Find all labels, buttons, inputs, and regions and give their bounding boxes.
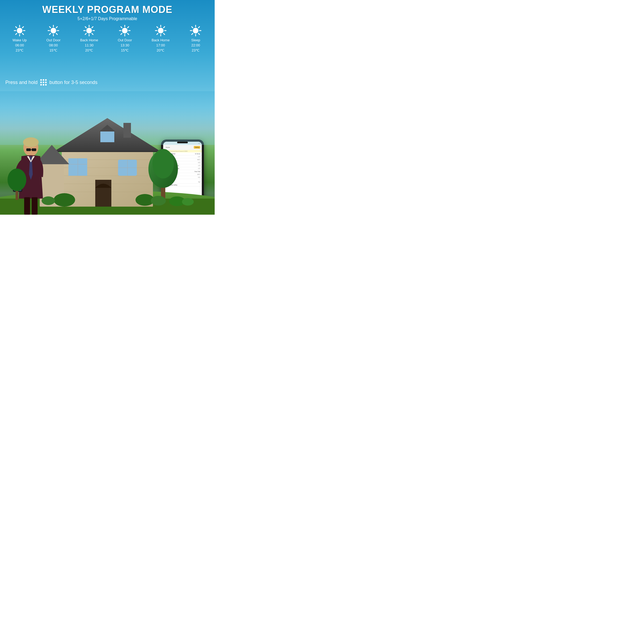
svg-rect-35 [32,148,36,151]
schedule-item-sleep: Sleep 22:00 23℃ [189,24,202,52]
schedule-temp-out-door-2: 15℃ [121,48,129,52]
svg-line-80 [128,33,129,34]
svg-line-81 [128,27,129,28]
house-illustration [0,91,215,215]
schedule-time-out-door-2: 13:30 [120,43,129,47]
schedule-label-sleep: Sleep [191,38,200,42]
schedule-label-back-home-2: Back Home [152,38,170,42]
schedule-time-wake-up: 06:00 [15,43,24,47]
svg-line-89 [163,33,164,34]
schedule-time-back-home-1: 11:30 [85,43,94,47]
sun-icon-2 [47,24,60,37]
svg-point-30 [151,196,166,206]
svg-line-64 [50,33,51,34]
svg-line-53 [22,33,23,34]
svg-point-28 [54,193,75,207]
schedule-label-back-home-1: Back Home [80,38,98,42]
schedule-temp-wake-up: 23℃ [16,48,23,52]
schedule-time-sleep: 22:00 [191,43,200,47]
svg-rect-13 [95,193,111,207]
svg-point-47 [17,28,22,33]
schedule-temp-back-home-1: 20℃ [85,48,93,52]
svg-line-62 [56,33,57,34]
svg-line-63 [56,27,57,28]
svg-line-98 [199,33,200,34]
schedule-time-back-home-2: 17:00 [156,43,165,47]
svg-line-61 [50,27,51,28]
sun-icon-5 [154,24,167,37]
press-hold-text: Press and hold [5,80,38,85]
svg-point-27 [152,149,174,178]
svg-point-74 [122,28,127,33]
svg-line-52 [16,27,17,28]
svg-line-82 [121,33,122,34]
svg-line-97 [192,27,193,28]
press-hold-instruction: Press and hold button for 3-5 seconds [5,79,97,86]
top-content-area: WEEKLY PROGRAM MODE 5+2/6+1/7 Days Progr… [0,0,215,21]
page-title: WEEKLY PROGRAM MODE [5,4,209,15]
svg-point-46 [182,198,194,206]
svg-point-65 [87,28,92,33]
schedule-label-wake-up: Wake Up [13,38,27,42]
schedule-item-out-door-1: Out Door 08:00 15℃ [46,24,61,52]
sun-icon-3 [83,24,96,37]
svg-point-44 [8,169,26,191]
svg-rect-22 [100,131,114,142]
svg-line-73 [85,33,86,34]
svg-point-33 [23,137,39,147]
svg-line-71 [92,33,93,34]
svg-line-70 [85,27,86,28]
schedule-label-out-door-2: Out Door [118,38,132,42]
svg-line-72 [92,27,93,28]
press-hold-suffix: button for 3-5 seconds [49,80,97,85]
svg-point-83 [158,28,163,33]
schedule-temp-back-home-2: 20℃ [157,48,164,52]
svg-rect-10 [123,123,131,138]
sun-icon-1 [13,24,26,37]
svg-line-79 [121,27,122,28]
svg-rect-41 [24,197,30,215]
svg-line-99 [199,27,200,28]
schedule-label-out-door-1: Out Door [46,38,61,42]
dots-grid-icon [40,79,47,86]
svg-line-88 [157,27,158,28]
schedule-temp-out-door-1: 15℃ [49,48,57,52]
schedule-grid: Wake Up 06:00 23℃ Out Door 08 [0,24,215,52]
svg-rect-34 [26,148,31,151]
svg-line-90 [163,27,164,28]
svg-point-92 [193,28,198,33]
schedule-item-back-home-2: Back Home 17:00 20℃ [152,24,170,52]
main-container: WEEKLY PROGRAM MODE 5+2/6+1/7 Days Progr… [0,0,215,215]
svg-line-91 [157,33,158,34]
svg-line-54 [22,27,23,28]
svg-rect-42 [32,197,38,215]
schedule-item-back-home-1: Back Home 11:30 20℃ [80,24,98,52]
svg-line-100 [192,33,193,34]
sun-icon-4 [118,24,131,37]
schedule-temp-sleep: 23℃ [192,48,200,52]
schedule-time-out-door-1: 08:00 [49,43,58,47]
svg-point-56 [51,28,56,33]
schedule-item-out-door-2: Out Door 13:30 15℃ [118,24,132,52]
subtitle: 5+2/6+1/7 Days Programmable [5,16,209,21]
sun-icon-6 [189,24,202,37]
schedule-item-wake-up: Wake Up 06:00 23℃ [13,24,27,52]
svg-line-55 [16,33,17,34]
svg-point-31 [42,196,55,205]
